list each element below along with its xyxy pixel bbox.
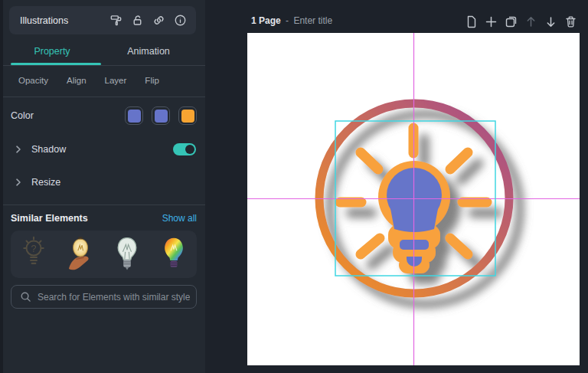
submenu-layer[interactable]: Layer <box>105 76 127 85</box>
similar-thumb-dim-sketch-bulb[interactable]: ? <box>17 234 51 274</box>
page-header: 1 Page - Enter title <box>251 15 332 26</box>
similar-elements-header: Similar Elements Show all <box>11 213 197 224</box>
unlock-icon[interactable] <box>131 14 144 27</box>
delete-icon[interactable] <box>564 15 578 29</box>
divider <box>3 204 208 205</box>
tab-bar: Property Animation <box>3 38 208 64</box>
swatch-fill <box>128 110 141 123</box>
page-canvas[interactable] <box>247 33 580 365</box>
toggle-knob <box>185 145 194 154</box>
similar-thumb-glass-bulb[interactable] <box>110 234 144 274</box>
page-number-label: 1 Page <box>251 15 281 26</box>
color-swatches <box>125 106 197 125</box>
similar-elements-strip: ? <box>11 231 197 278</box>
similar-thumb-rainbow-bulb[interactable] <box>157 234 191 274</box>
shadow-section-row[interactable]: Shadow <box>3 141 208 158</box>
properties-sidebar: Illustrations <box>0 0 205 373</box>
duplicate-icon[interactable] <box>504 15 518 29</box>
chevron-right-icon <box>13 144 24 155</box>
active-tab-underline <box>11 63 101 65</box>
paint-roller-icon[interactable] <box>109 14 122 27</box>
move-up-icon[interactable] <box>524 15 538 29</box>
divider <box>3 97 208 97</box>
tab-animation[interactable]: Animation <box>101 38 196 64</box>
move-down-icon[interactable] <box>544 15 558 29</box>
design-canvas-area: 1 Page - Enter title <box>205 0 588 373</box>
similar-search-box <box>11 285 197 309</box>
svg-text:?: ? <box>31 244 37 254</box>
link-icon[interactable] <box>152 14 165 27</box>
resize-section-row[interactable]: Resize <box>3 174 208 191</box>
swatch-fill <box>155 110 168 123</box>
info-icon[interactable] <box>174 14 187 27</box>
submenu-align[interactable]: Align <box>67 76 87 85</box>
divider <box>3 65 208 66</box>
search-icon <box>20 291 31 303</box>
panel-title: Illustrations <box>20 15 109 26</box>
add-page-icon[interactable] <box>484 15 498 29</box>
resize-label: Resize <box>31 177 208 188</box>
page-toolbar <box>464 15 578 29</box>
show-all-link[interactable]: Show all <box>162 213 197 224</box>
search-input[interactable] <box>38 292 190 303</box>
color-swatch-3[interactable] <box>178 106 197 125</box>
panel-header: Illustrations <box>9 6 196 34</box>
color-row: Color <box>11 106 197 125</box>
similar-thumb-hand-holding-bulb[interactable] <box>64 234 97 274</box>
submenu-flip[interactable]: Flip <box>145 76 159 85</box>
new-page-icon[interactable] <box>464 15 479 29</box>
shadow-label: Shadow <box>31 144 173 155</box>
swatch-fill <box>181 110 194 123</box>
shadow-toggle[interactable] <box>173 143 196 155</box>
page-svg <box>247 33 580 365</box>
color-label: Color <box>11 110 125 121</box>
panel-header-icons <box>109 14 187 27</box>
submenu-opacity[interactable]: Opacity <box>18 76 48 85</box>
property-submenu: Opacity Align Layer Flip <box>18 76 159 85</box>
page-title-input[interactable]: Enter title <box>293 15 332 26</box>
color-swatch-1[interactable] <box>125 106 143 125</box>
alignment-guides <box>247 33 580 365</box>
chevron-right-icon <box>13 177 24 188</box>
color-swatch-2[interactable] <box>152 106 170 125</box>
similar-elements-title: Similar Elements <box>11 213 162 224</box>
tab-property[interactable]: Property <box>3 38 101 64</box>
page-title-separator: - <box>286 15 289 26</box>
